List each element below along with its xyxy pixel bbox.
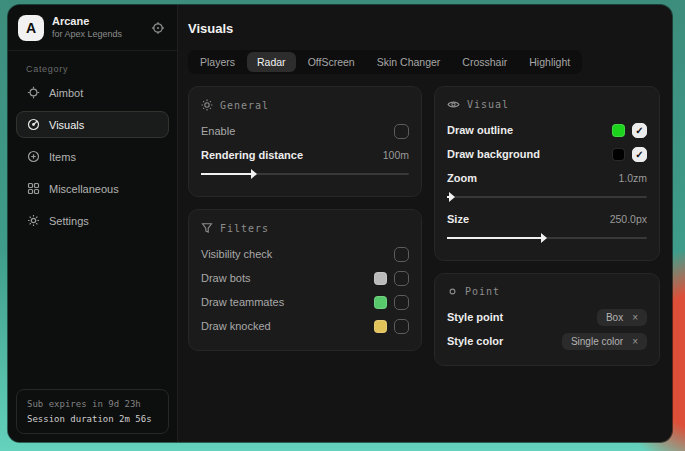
zoom-label: Zoom	[447, 172, 477, 184]
draw-knocked-row: Draw knocked	[201, 314, 409, 338]
sidebar-item-label: Settings	[49, 215, 89, 227]
target-button[interactable]	[149, 19, 167, 37]
draw-teammates-label: Draw teammates	[201, 296, 284, 308]
style-point-select[interactable]: Box ×	[597, 309, 647, 326]
draw-bots-checkbox[interactable]	[394, 271, 409, 286]
visibility-check-row: Visibility check	[201, 242, 409, 266]
enable-label: Enable	[201, 125, 235, 137]
sidebar-item-settings[interactable]: Settings	[16, 207, 169, 234]
style-color-row: Style color Single color ×	[447, 329, 647, 353]
app-subtitle: for Apex Legends	[52, 29, 122, 40]
tab-crosshair[interactable]: Crosshair	[452, 52, 517, 72]
app-title: Arcane	[52, 15, 122, 29]
sidebar-item-label: Aimbot	[49, 87, 83, 99]
tab-bar: Players Radar OffScreen Skin Changer Cro…	[188, 50, 582, 74]
slider-thumb[interactable]	[447, 237, 541, 239]
sidebar-item-aimbot[interactable]: Aimbot	[16, 79, 169, 106]
visibility-check-checkbox[interactable]	[394, 247, 409, 262]
draw-knocked-color-swatch[interactable]	[374, 320, 387, 333]
right-column: Visual Draw outline ✓ Draw background	[434, 86, 660, 366]
content-columns: General Enable Rendering distance 100m	[188, 86, 660, 366]
tab-offscreen[interactable]: OffScreen	[298, 52, 365, 72]
draw-knocked-checkbox[interactable]	[394, 319, 409, 334]
style-color-label: Style color	[447, 335, 503, 347]
sidebar-item-label: Visuals	[49, 119, 84, 131]
size-row: Size 250.0px	[447, 207, 647, 231]
slider-track	[447, 196, 647, 198]
sidebar-header: A Arcane for Apex Legends	[8, 5, 177, 51]
draw-bots-label: Draw bots	[201, 272, 251, 284]
filters-card: Filters Visibility check Draw bots	[188, 209, 422, 351]
size-value: 250.0px	[610, 213, 647, 225]
filters-card-header: Filters	[201, 222, 409, 234]
visual-card-header: Visual	[447, 99, 647, 110]
sidebar: A Arcane for Apex Legends Category	[8, 5, 178, 442]
draw-background-checkbox[interactable]: ✓	[632, 147, 647, 162]
point-card-title: Point	[465, 286, 500, 297]
draw-teammates-row: Draw teammates	[201, 290, 409, 314]
sidebar-item-visuals[interactable]: Visuals	[16, 111, 169, 138]
sidebar-item-items[interactable]: Items	[16, 143, 169, 170]
clear-icon[interactable]: ×	[632, 312, 638, 323]
sub-expires-text: Sub expires in 9d 23h	[27, 397, 158, 411]
draw-background-color-swatch[interactable]	[612, 148, 625, 161]
style-point-label: Style point	[447, 311, 503, 323]
tab-skin-changer[interactable]: Skin Changer	[367, 52, 451, 72]
draw-teammates-checkbox[interactable]	[394, 295, 409, 310]
filters-card-title: Filters	[220, 223, 269, 234]
rendering-distance-row: Rendering distance 100m	[201, 143, 409, 167]
crosshair-icon	[27, 86, 40, 99]
package-icon	[27, 150, 40, 163]
zoom-row: Zoom 1.0zm	[447, 166, 647, 190]
visibility-check-label: Visibility check	[201, 248, 272, 260]
app-logo: A	[18, 15, 44, 41]
draw-outline-color-swatch[interactable]	[612, 124, 625, 137]
sidebar-item-miscellaneous[interactable]: Miscellaneous	[16, 175, 169, 202]
general-card: General Enable Rendering distance 100m	[188, 86, 422, 197]
sidebar-item-label: Miscellaneous	[49, 183, 119, 195]
zoom-value: 1.0zm	[618, 172, 647, 184]
draw-outline-row: Draw outline ✓	[447, 118, 647, 142]
session-duration-text: Session duration 2m 56s	[27, 412, 158, 426]
app-window: A Arcane for Apex Legends Category	[8, 5, 672, 442]
brand-text: Arcane for Apex Legends	[52, 15, 122, 40]
rendering-distance-value: 100m	[383, 149, 409, 161]
clear-icon[interactable]: ×	[632, 336, 638, 347]
draw-outline-label: Draw outline	[447, 124, 513, 136]
sidebar-nav: Aimbot Visuals	[8, 79, 177, 234]
style-point-value: Box	[606, 312, 623, 323]
tab-players[interactable]: Players	[190, 52, 245, 72]
radar-icon	[27, 118, 40, 131]
tab-radar[interactable]: Radar	[247, 52, 296, 72]
eye-icon	[447, 99, 460, 110]
size-slider[interactable]	[447, 232, 647, 244]
style-color-value: Single color	[571, 336, 623, 347]
grid-icon	[27, 182, 40, 195]
draw-bots-row: Draw bots	[201, 266, 409, 290]
slider-thumb[interactable]	[447, 196, 449, 198]
general-card-title: General	[220, 100, 269, 111]
draw-outline-checkbox[interactable]: ✓	[632, 123, 647, 138]
general-card-header: General	[201, 99, 409, 111]
enable-checkbox[interactable]	[394, 124, 409, 139]
category-label: Category	[8, 51, 177, 79]
sun-icon	[201, 99, 213, 111]
target-icon	[151, 21, 165, 35]
draw-background-row: Draw background ✓	[447, 142, 647, 166]
point-card-header: Point	[447, 286, 647, 297]
tab-highlight[interactable]: Highlight	[519, 52, 580, 72]
draw-teammates-color-swatch[interactable]	[374, 296, 387, 309]
zoom-slider[interactable]	[447, 191, 647, 203]
visual-card: Visual Draw outline ✓ Draw background	[434, 86, 660, 261]
enable-row: Enable	[201, 119, 409, 143]
draw-bots-color-swatch[interactable]	[374, 272, 387, 285]
gear-icon	[27, 214, 40, 227]
style-color-select[interactable]: Single color ×	[562, 333, 647, 350]
size-label: Size	[447, 213, 469, 225]
left-column: General Enable Rendering distance 100m	[188, 86, 422, 351]
point-card: Point Style point Box × Style color Sing…	[434, 273, 660, 366]
sidebar-item-label: Items	[49, 151, 76, 163]
rendering-distance-slider[interactable]	[201, 168, 409, 180]
slider-thumb[interactable]	[201, 173, 251, 175]
subscription-info-box: Sub expires in 9d 23h Session duration 2…	[16, 389, 169, 434]
